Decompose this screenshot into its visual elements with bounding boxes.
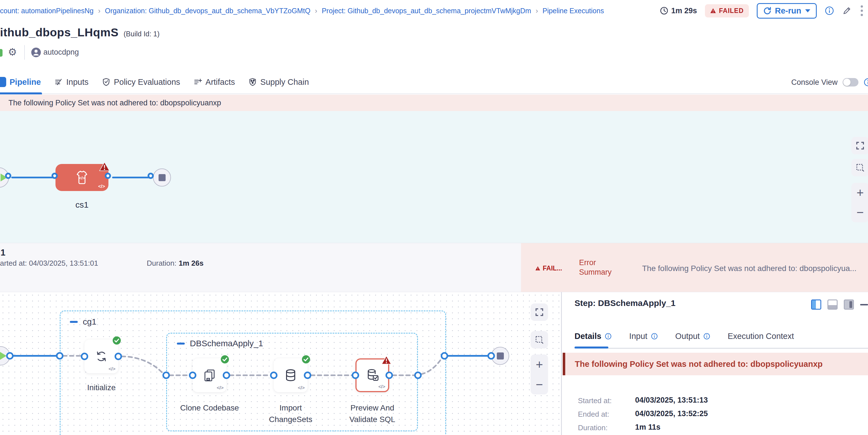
top-bar: count: automationPipelinesNg › Organizat… — [0, 0, 868, 22]
selection-tool-button[interactable] — [851, 159, 868, 176]
zoom-in-button[interactable]: + — [857, 187, 864, 199]
supply-chain-shield-icon — [248, 78, 257, 86]
tab-inputs[interactable]: Inputs — [54, 70, 88, 94]
zoom-out-button[interactable]: − — [536, 378, 543, 391]
zoom-controls: + − — [851, 183, 868, 222]
code-glyph: </> — [378, 384, 385, 390]
breadcrumb-organization[interactable]: Organization: Github_db_devops_aut_db_sc… — [105, 7, 310, 15]
graph-end-node — [491, 347, 509, 365]
step-details-panel: Step: DBSchemaApply_1 Details Input — [562, 292, 868, 435]
tab-pipeline[interactable]: Pipeline — [0, 70, 41, 94]
step-label: Initialize — [68, 382, 135, 393]
tab-artifacts[interactable]: Artifacts — [194, 70, 235, 94]
code-glyph: </> — [217, 385, 224, 391]
divider — [24, 45, 25, 60]
breadcrumb-pipeline-executions[interactable]: Pipeline Executions — [542, 7, 604, 15]
step-node-import-changesets[interactable]: </> — [274, 359, 308, 392]
step-node-clone-codebase[interactable]: </> — [193, 359, 226, 392]
edit-pencil-icon[interactable] — [842, 6, 852, 15]
info-icon[interactable] — [825, 6, 834, 15]
pipeline-icon — [0, 77, 6, 87]
step-panel-title: Step: DBSchemaApply_1 — [575, 298, 675, 308]
inputs-icon — [54, 78, 63, 86]
detail-value: 1m 11s — [635, 423, 660, 432]
collapse-icon[interactable] — [177, 343, 185, 345]
selection-tool-button[interactable] — [531, 331, 548, 348]
layout-split-view-icon[interactable] — [811, 300, 821, 310]
topbar-actions: 1m 29s FAILED Re-run — [660, 3, 864, 19]
pipeline-name: ithub_dbops_LHqmS — [0, 26, 119, 39]
chevron-down-icon — [805, 9, 810, 12]
lower-section: cg1 DBSchemaApply_1 </> Initialize — [0, 292, 868, 435]
active-tab-underline — [575, 346, 608, 348]
artifacts-icon — [194, 78, 202, 86]
tab-input[interactable]: Input — [629, 332, 658, 341]
breadcrumb-project[interactable]: Project: Github_db_devops_aut_db_schema_… — [322, 7, 531, 15]
play-icon — [0, 352, 6, 360]
info-icon[interactable] — [864, 78, 868, 87]
fullscreen-button[interactable] — [851, 137, 868, 154]
detail-label: Ended at: — [578, 410, 609, 419]
step-node-preview-validate-sql[interactable]: </> — [355, 359, 389, 392]
console-view-toggle[interactable] — [843, 78, 859, 87]
gear-icon[interactable]: ⚙ — [8, 46, 17, 58]
stage-node-label: cs1 — [56, 200, 108, 210]
stepgroup-cg1-label: cg1 — [70, 317, 96, 327]
minimize-panel-icon[interactable] — [860, 304, 868, 305]
policy-violation-banner: The following Policy Set was not adhered… — [0, 95, 868, 111]
connector-dot — [148, 173, 154, 179]
stepgroup-dbschemaapply-label: DBSchemaApply_1 — [177, 339, 263, 348]
detail-label: Duration: — [578, 424, 608, 432]
stop-icon — [497, 352, 504, 360]
fail-badge: FAIL... — [535, 265, 562, 272]
step-label: Import ChangeSets — [257, 402, 324, 425]
stage-failed-badge — [99, 162, 110, 173]
step-label: Preview And Validate SQL — [339, 402, 406, 425]
info-icon[interactable] — [703, 333, 710, 340]
stage-started-at: arted at: 04/03/2025, 13:51:01 — [0, 259, 98, 268]
tab-execution-context[interactable]: Execution Context — [728, 332, 794, 341]
tab-supply-chain[interactable]: Supply Chain — [248, 70, 309, 94]
tab-output[interactable]: Output — [675, 332, 710, 341]
tab-policy-evaluations[interactable]: Policy Evaluations — [102, 70, 180, 94]
success-check-badge — [220, 355, 229, 365]
step-node-initialize[interactable]: </> — [85, 340, 118, 373]
collapse-icon[interactable] — [70, 321, 78, 323]
execution-tabbar: Pipeline Inputs Policy Evaluations Artif… — [0, 70, 868, 94]
zoom-out-button[interactable]: − — [857, 206, 864, 219]
error-summary-message: The following Policy Set was not adhered… — [642, 264, 868, 273]
more-options-icon[interactable] — [860, 4, 864, 17]
connector-dot — [105, 173, 111, 179]
active-tab-underline — [0, 92, 42, 94]
layout-bottom-view-icon[interactable] — [828, 300, 838, 310]
code-glyph: </> — [298, 385, 305, 391]
code-glyph: </> — [98, 184, 105, 189]
info-icon[interactable] — [605, 333, 612, 340]
tag-badge — [0, 49, 3, 57]
fullscreen-button[interactable] — [531, 304, 548, 321]
clock-icon — [660, 6, 668, 15]
stage-graph-canvas[interactable]: </> </> cs1 + − — [0, 111, 868, 243]
step-panel-tabs: Details Input Output — [575, 332, 794, 341]
zoom-in-button[interactable]: + — [536, 359, 543, 371]
failed-warning-badge — [381, 355, 392, 366]
shield-check-icon — [102, 78, 111, 86]
rerun-button[interactable]: Re-run — [757, 3, 817, 19]
success-check-badge — [302, 355, 310, 365]
page-title-row: ithub_dbops_LHqmS (Build Id: 1) — [0, 26, 160, 39]
build-id: (Build Id: 1) — [124, 30, 160, 38]
info-icon[interactable] — [651, 333, 658, 340]
step-graph-canvas[interactable]: cg1 DBSchemaApply_1 </> Initialize — [0, 292, 561, 435]
stage-error-summary: FAIL... Error Summary The following Poli… — [521, 243, 868, 292]
tab-details[interactable]: Details — [575, 332, 612, 341]
warning-triangle-icon — [710, 8, 716, 13]
pipeline-end-node — [153, 168, 171, 187]
code-glyph: </> — [108, 366, 116, 372]
stage-name: 1 — [1, 248, 5, 258]
layout-right-view-icon[interactable] — [844, 300, 854, 310]
stop-icon — [159, 174, 165, 181]
breadcrumb-account[interactable]: count: automationPipelinesNg — [0, 7, 93, 15]
elapsed-time: 1m 29s — [660, 6, 697, 15]
breadcrumb-separator: › — [536, 7, 538, 15]
custom-stage-icon: </> — [74, 169, 90, 186]
